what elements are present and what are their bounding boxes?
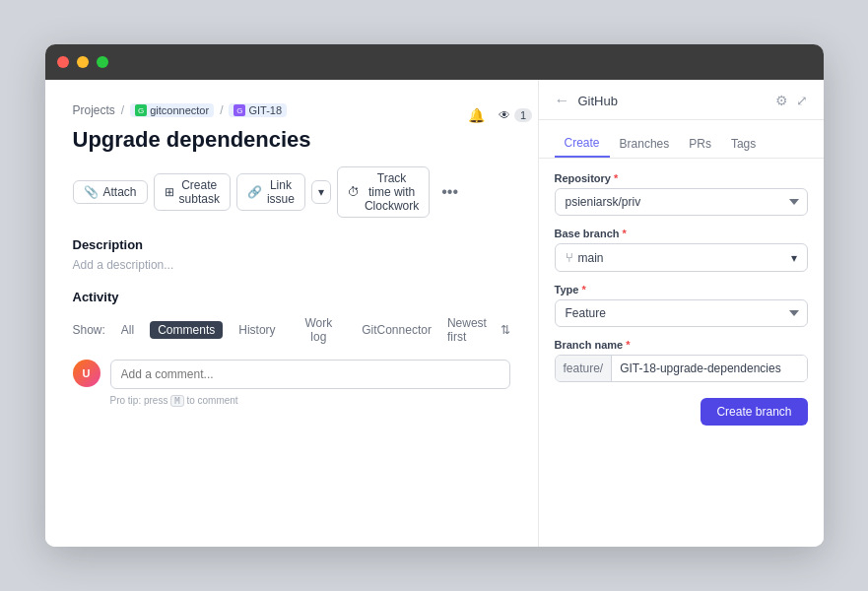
type-field: Type * Feature Bug Hotfix Release	[555, 284, 808, 327]
tab-branches[interactable]: Branches	[610, 130, 680, 158]
required-indicator: *	[614, 172, 618, 184]
tab-history[interactable]: History	[231, 321, 283, 339]
gitconnector-icon: G	[135, 104, 147, 116]
watch-count: 1	[514, 108, 532, 122]
minimize-dot[interactable]	[77, 56, 89, 68]
watch-badge: 👁 1	[499, 108, 532, 122]
page-title: Upgrade dependencies	[73, 127, 465, 153]
base-branch-value: main	[578, 251, 604, 265]
tab-create[interactable]: Create	[555, 130, 610, 158]
base-branch-display[interactable]: ⑂ main ▾	[555, 243, 808, 272]
bell-icon-button[interactable]: 🔔	[464, 105, 489, 125]
repository-select[interactable]: psieniarsk/priv	[555, 188, 808, 216]
type-select[interactable]: Feature Bug Hotfix Release	[555, 299, 808, 327]
newest-first-toggle[interactable]: Newest first ⇅	[447, 316, 510, 344]
chevron-down-icon: ⇅	[501, 323, 510, 337]
branch-input-row: feature/	[555, 355, 808, 382]
repository-label: Repository *	[555, 172, 808, 184]
main-panel: Projects / G gitconnector / G GIT-18	[45, 80, 538, 547]
breadcrumb: Projects / G gitconnector / G GIT-18	[73, 103, 465, 117]
app-window: Projects / G gitconnector / G GIT-18	[45, 44, 824, 547]
tab-all[interactable]: All	[113, 321, 142, 339]
keyboard-shortcut: M	[170, 395, 183, 407]
breadcrumb-issue[interactable]: G GIT-18	[229, 103, 287, 117]
create-branch-button[interactable]: Create branch	[701, 398, 807, 426]
show-label: Show:	[73, 323, 105, 337]
required-indicator-2: *	[623, 228, 627, 239]
breadcrumb-projects[interactable]: Projects	[73, 103, 115, 117]
chevron-down-icon-branch: ▾	[791, 251, 797, 265]
avatar: U	[73, 360, 100, 387]
branch-name-label: Branch name *	[555, 339, 808, 351]
required-indicator-4: *	[626, 339, 630, 351]
more-actions-button[interactable]: •••	[435, 181, 464, 203]
clock-icon: ⏱	[348, 185, 360, 199]
expand-icon-button[interactable]: ⤢	[796, 93, 808, 108]
branch-icon: ⑂	[566, 250, 573, 265]
top-right-toolbar: 🔔 👁 1 👍 ⬆ •••	[464, 103, 537, 125]
breadcrumb-gitconnector[interactable]: G gitconnector	[130, 103, 214, 117]
titlebar	[45, 44, 824, 80]
link-icon: 🔗	[247, 185, 262, 199]
attach-button[interactable]: 📎 Attach	[73, 180, 148, 204]
settings-icon-button[interactable]: ⚙	[775, 93, 788, 108]
tab-gitconnector[interactable]: GitConnector	[354, 321, 439, 339]
activity-section: Activity Show: All Comments History Work…	[73, 290, 510, 406]
actions-chevron-button[interactable]: ▾	[311, 180, 331, 204]
breadcrumb-sep1: /	[121, 103, 124, 117]
create-subtask-button[interactable]: ⊞ Create subtask	[154, 173, 231, 211]
activity-heading: Activity	[73, 290, 510, 304]
type-label: Type *	[555, 284, 808, 296]
sidebar-header: ← GitHub ⚙ ⤢	[539, 80, 824, 120]
branch-prefix: feature/	[556, 356, 613, 381]
tab-comments[interactable]: Comments	[150, 321, 223, 339]
subtask-icon: ⊞	[165, 185, 174, 199]
tab-tags[interactable]: Tags	[721, 130, 766, 158]
sidebar-tabs: Create Branches PRs Tags	[539, 120, 824, 159]
pro-tip: Pro tip: press M to comment	[110, 395, 510, 406]
sidebar-form: Repository * psieniarsk/priv Base branch…	[539, 159, 824, 439]
back-button[interactable]: ←	[555, 92, 570, 109]
base-branch-label: Base branch *	[555, 228, 808, 239]
branch-name-field: Branch name * feature/	[555, 339, 808, 382]
github-label: GitHub	[578, 94, 618, 108]
branch-name-wrap: ⑂ main	[566, 250, 785, 265]
content-area: Projects / G gitconnector / G GIT-18	[45, 80, 824, 547]
issue-icon: G	[234, 104, 245, 116]
required-indicator-3: *	[581, 284, 585, 296]
repository-field: Repository * psieniarsk/priv	[555, 172, 808, 216]
description-heading: Description	[73, 237, 510, 252]
description-placeholder[interactable]: Add a description...	[73, 258, 510, 272]
track-time-button[interactable]: ⏱ Track time with Clockwork	[337, 166, 430, 218]
comment-row: U	[73, 360, 510, 389]
tab-prs[interactable]: PRs	[679, 130, 721, 158]
main-top: Projects / G gitconnector / G GIT-18	[73, 103, 510, 237]
breadcrumb-sep2: /	[220, 103, 223, 117]
branch-name-input[interactable]	[612, 356, 806, 381]
attach-icon: 📎	[84, 185, 99, 199]
sidebar-panel: ← GitHub ⚙ ⤢ Create Branches PRs Tags	[538, 80, 824, 547]
maximize-dot[interactable]	[97, 56, 108, 68]
comment-input[interactable]	[110, 360, 510, 389]
link-issue-button[interactable]: 🔗 Link issue	[236, 173, 305, 211]
eye-icon: 👁	[499, 108, 510, 122]
close-dot[interactable]	[57, 56, 69, 68]
main-left: Projects / G gitconnector / G GIT-18	[73, 103, 465, 237]
action-bar: 📎 Attach ⊞ Create subtask 🔗 Link issue ▾	[73, 166, 465, 218]
show-bar: Show: All Comments History Work log GitC…	[73, 314, 510, 346]
tab-worklog[interactable]: Work log	[292, 314, 347, 346]
base-branch-field: Base branch * ⑂ main ▾	[555, 228, 808, 272]
sidebar-header-right: ⚙ ⤢	[775, 93, 808, 108]
